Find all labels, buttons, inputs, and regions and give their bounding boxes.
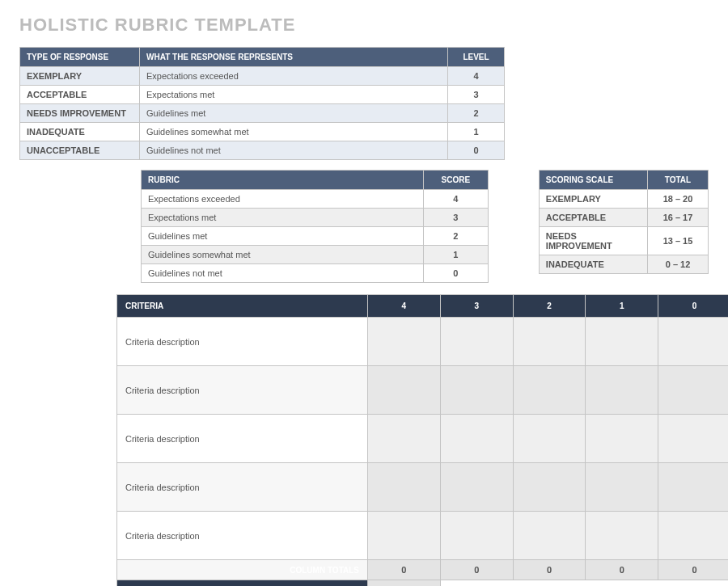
column-totals-label: COLUMN TOTALS — [117, 560, 368, 580]
criteria-cell[interactable] — [586, 318, 658, 366]
scale-header-total: TOTAL — [648, 171, 709, 190]
rubric-row: Expectations exceeded 4 — [142, 190, 489, 209]
rubric-desc: Expectations exceeded — [142, 190, 424, 209]
criteria-desc[interactable]: Criteria description — [117, 463, 368, 512]
criteria-cell[interactable] — [658, 366, 728, 415]
criteria-cell[interactable] — [368, 318, 441, 366]
scale-header-name: SCORING SCALE — [539, 171, 647, 190]
response-type: EXEMPLARY — [20, 67, 140, 86]
criteria-cell[interactable] — [586, 512, 658, 560]
rubric-row: Expectations met 3 — [142, 209, 489, 227]
total-score-blank — [440, 580, 728, 587]
criteria-cell[interactable] — [440, 366, 513, 415]
response-header-type: TYPE OF RESPONSE — [20, 48, 140, 67]
response-level: 1 — [448, 123, 505, 141]
response-level: 4 — [448, 67, 505, 86]
response-represents: Expectations met — [140, 86, 448, 104]
criteria-row: Criteria description — [117, 366, 729, 415]
rubric-score: 3 — [423, 209, 488, 227]
column-total: 0 — [513, 560, 586, 580]
rubric-score: 1 — [423, 246, 488, 264]
criteria-cell[interactable] — [513, 318, 586, 366]
column-total: 0 — [658, 560, 728, 580]
total-score-value: 0 — [368, 580, 441, 587]
criteria-cell[interactable] — [368, 512, 441, 560]
response-header-represents: WHAT THE RESPONSE REPRESENTS — [140, 48, 448, 67]
scale-name: NEEDS IMPROVEMENT — [539, 227, 647, 255]
criteria-cell[interactable] — [513, 366, 586, 415]
criteria-desc[interactable]: Criteria description — [117, 366, 368, 415]
response-row: NEEDS IMPROVEMENT Guidelines met 2 — [20, 104, 505, 123]
criteria-table: CRITERIA 4 3 2 1 0 Criteria description … — [116, 294, 728, 586]
criteria-cell[interactable] — [368, 366, 441, 415]
scale-name: EXEMPLARY — [539, 190, 647, 209]
criteria-cell[interactable] — [586, 366, 658, 415]
response-row: ACCEPTABLE Expectations met 3 — [20, 86, 505, 104]
response-level: 2 — [448, 104, 505, 123]
response-type: ACCEPTABLE — [20, 86, 140, 104]
response-row: INADEQUATE Guidelines somewhat met 1 — [20, 123, 505, 141]
total-score-label: TOTAL SCORE — [117, 580, 368, 587]
criteria-cell[interactable] — [586, 463, 658, 512]
criteria-cell[interactable] — [658, 415, 728, 463]
criteria-row: Criteria description — [117, 463, 729, 512]
criteria-desc[interactable]: Criteria description — [117, 512, 368, 560]
criteria-header-col: 2 — [513, 295, 586, 318]
response-type: UNACCEPTABLE — [20, 141, 140, 160]
criteria-cell[interactable] — [440, 415, 513, 463]
response-level: 0 — [448, 141, 505, 160]
criteria-row: Criteria description — [117, 318, 729, 366]
rubric-score: 4 — [423, 190, 488, 209]
criteria-cell[interactable] — [440, 318, 513, 366]
scoring-scale-table: SCORING SCALE TOTAL EXEMPLARY 18 – 20 AC… — [539, 170, 709, 274]
criteria-desc[interactable]: Criteria description — [117, 318, 368, 366]
criteria-cell[interactable] — [513, 415, 586, 463]
rubric-desc: Guidelines met — [142, 227, 424, 246]
scale-name: ACCEPTABLE — [539, 209, 647, 227]
criteria-row: Criteria description — [117, 415, 729, 463]
scale-row: INADEQUATE 0 – 12 — [539, 255, 708, 274]
criteria-cell[interactable] — [440, 463, 513, 512]
response-type: NEEDS IMPROVEMENT — [20, 104, 140, 123]
criteria-header-col: 1 — [586, 295, 658, 318]
rubric-score: 2 — [423, 227, 488, 246]
response-represents: Guidelines not met — [140, 141, 448, 160]
response-represents: Guidelines met — [140, 104, 448, 123]
column-total: 0 — [368, 560, 441, 580]
rubric-desc: Guidelines somewhat met — [142, 246, 424, 264]
criteria-cell[interactable] — [368, 415, 441, 463]
criteria-cell[interactable] — [658, 463, 728, 512]
criteria-cell[interactable] — [513, 512, 586, 560]
rubric-desc: Guidelines not met — [142, 264, 424, 283]
rubric-desc: Expectations met — [142, 209, 424, 227]
criteria-header-criteria: CRITERIA — [117, 295, 368, 318]
scale-total: 13 – 15 — [648, 227, 709, 255]
criteria-header-col: 3 — [440, 295, 513, 318]
criteria-cell[interactable] — [368, 463, 441, 512]
response-represents: Guidelines somewhat met — [140, 123, 448, 141]
total-score-row: TOTAL SCORE 0 — [117, 580, 729, 587]
response-type: INADEQUATE — [20, 123, 140, 141]
criteria-cell[interactable] — [440, 512, 513, 560]
scale-row: ACCEPTABLE 16 – 17 — [539, 209, 708, 227]
column-total: 0 — [586, 560, 658, 580]
scale-total: 0 – 12 — [648, 255, 709, 274]
rubric-row: Guidelines not met 0 — [142, 264, 489, 283]
criteria-cell[interactable] — [658, 512, 728, 560]
criteria-cell[interactable] — [658, 318, 728, 366]
response-header-level: LEVEL — [448, 48, 505, 67]
scale-row: NEEDS IMPROVEMENT 13 – 15 — [539, 227, 708, 255]
criteria-cell[interactable] — [513, 463, 586, 512]
response-row: EXEMPLARY Expectations exceeded 4 — [20, 67, 505, 86]
rubric-header-rubric: RUBRIC — [142, 171, 424, 190]
rubric-row: Guidelines met 2 — [142, 227, 489, 246]
scale-total: 16 – 17 — [648, 209, 709, 227]
response-type-table: TYPE OF RESPONSE WHAT THE RESPONSE REPRE… — [19, 47, 505, 160]
scale-total: 18 – 20 — [648, 190, 709, 209]
criteria-header-col: 0 — [658, 295, 728, 318]
column-totals-row: COLUMN TOTALS 0 0 0 0 0 — [117, 560, 729, 580]
rubric-table: RUBRIC SCORE Expectations exceeded 4 Exp… — [141, 170, 489, 283]
criteria-cell[interactable] — [586, 415, 658, 463]
response-level: 3 — [448, 86, 505, 104]
criteria-desc[interactable]: Criteria description — [117, 415, 368, 463]
